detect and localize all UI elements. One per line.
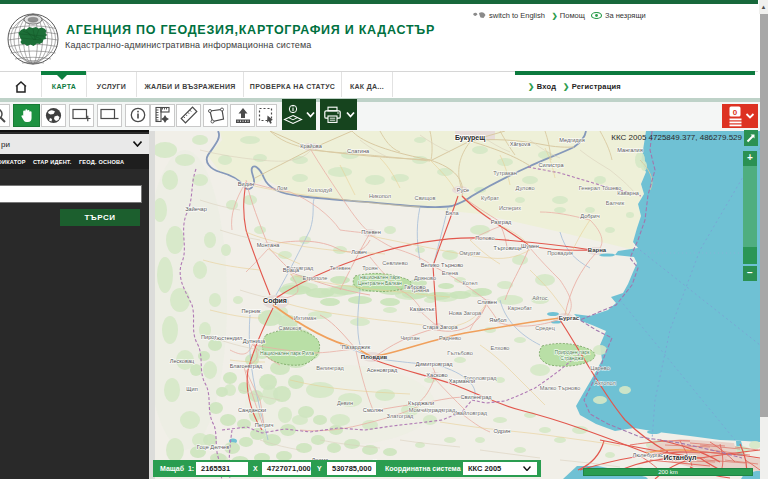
- svg-text:Казанлък: Казанлък: [410, 306, 435, 312]
- svg-text:Свищов: Свищов: [415, 195, 436, 201]
- svg-text:Чирпан: Чирпан: [400, 335, 419, 341]
- svg-text:Етрополе: Етрополе: [303, 275, 328, 281]
- svg-text:Хărşova: Хărşova: [510, 141, 531, 147]
- svg-text:Гоце Делчев: Гоце Делчев: [197, 444, 229, 450]
- svg-text:Тетевен: Тетевен: [330, 265, 351, 271]
- svg-text:Русе: Русе: [457, 187, 469, 193]
- svg-text:Видин: Видин: [238, 181, 254, 187]
- svg-text:Велико Търново: Велико Търново: [421, 262, 463, 268]
- svg-text:Балчик: Балчик: [606, 200, 625, 206]
- svg-text:Варна: Варна: [588, 247, 607, 253]
- svg-text:Плевен: Плевен: [361, 229, 381, 235]
- svg-text:Централен Балкан: Централен Балкан: [358, 280, 402, 286]
- svg-text:Истанбул: Истанбул: [664, 454, 697, 462]
- svg-text:Средец: Средец: [535, 325, 556, 331]
- svg-text:Генерал Тошево: Генерал Тошево: [579, 185, 622, 191]
- svg-text:Национален парк Рила: Национален парк Рила: [260, 350, 314, 356]
- svg-text:Шумен: Шумен: [521, 243, 539, 249]
- svg-text:Попово: Попово: [475, 235, 494, 241]
- svg-text:Благоевград: Благоевград: [230, 363, 263, 369]
- svg-text:София: София: [263, 297, 287, 305]
- svg-text:Бяла: Бяла: [445, 210, 459, 216]
- svg-text:Раднево: Раднево: [439, 335, 461, 341]
- svg-text:Букурещ: Букурещ: [455, 134, 485, 142]
- svg-text:Лесковац: Лесковац: [170, 358, 195, 364]
- svg-text:Велинград: Велинград: [316, 365, 344, 371]
- svg-text:Разград: Разград: [491, 219, 512, 225]
- svg-text:Дулово: Дулово: [515, 185, 534, 191]
- svg-text:Ихтиман: Ихтиман: [294, 315, 317, 321]
- svg-text:Момчилград: Момчилград: [409, 407, 442, 413]
- svg-text:Зайечар: Зайечар: [185, 206, 207, 212]
- svg-text:Карнобат: Карнобат: [508, 305, 533, 311]
- svg-text:Девин: Девин: [337, 400, 353, 406]
- svg-text:Исперих: Исперих: [499, 205, 521, 211]
- svg-text:Смолян: Смолян: [363, 407, 383, 413]
- svg-text:Самоков: Самоков: [279, 325, 302, 331]
- svg-text:Елхово: Елхово: [491, 345, 510, 351]
- svg-text:Петрич: Петрич: [255, 422, 274, 428]
- svg-text:Мангалия: Мангалия: [617, 147, 642, 153]
- svg-text:Сливен: Сливен: [477, 299, 497, 305]
- svg-text:Монтана: Монтана: [257, 242, 281, 248]
- svg-text:Крайова: Крайова: [300, 143, 323, 149]
- svg-text:Лом: Лом: [277, 185, 288, 191]
- svg-text:Ахтопол: Ахтопол: [594, 380, 615, 386]
- svg-text:Троян: Троян: [362, 265, 377, 271]
- svg-text:Ловеч: Ловеч: [351, 249, 367, 255]
- svg-text:Габрово: Габрово: [404, 284, 425, 290]
- svg-text:Елена: Елена: [442, 270, 459, 276]
- svg-text:Враца: Враца: [283, 267, 300, 273]
- svg-text:Нова Загора: Нова Загора: [449, 310, 482, 316]
- svg-text:Перник: Перник: [242, 308, 261, 314]
- svg-text:Дупница: Дупница: [243, 338, 266, 344]
- svg-text:Кубрат: Кубрат: [481, 195, 499, 201]
- svg-text:Дряново: Дряново: [414, 275, 436, 281]
- svg-text:Одрин: Одрин: [494, 428, 511, 434]
- svg-text:Търговище: Търговище: [494, 245, 523, 251]
- svg-text:Щип: Щип: [186, 386, 197, 392]
- svg-text:Пловдив: Пловдив: [361, 354, 388, 360]
- svg-text:Хасково: Хасково: [426, 372, 447, 378]
- svg-text:Свиленград: Свиленград: [460, 394, 492, 400]
- svg-text:Севлиево: Севлиево: [382, 260, 408, 266]
- svg-text:Странджа: Странджа: [560, 355, 583, 361]
- svg-text:Люлебургас: Люлебургас: [633, 452, 664, 458]
- svg-text:Слатина: Слатина: [347, 148, 370, 154]
- svg-text:Царево: Царево: [590, 365, 610, 371]
- svg-text:Омуртаг: Омуртаг: [459, 250, 481, 256]
- svg-text:Харманли: Харманли: [449, 378, 475, 384]
- svg-text:Гълъбово: Гълъбово: [447, 350, 473, 356]
- svg-text:Кюстендил: Кюстендил: [214, 335, 243, 341]
- svg-text:0: 0: [733, 108, 738, 117]
- svg-text:Кърджали: Кърджали: [408, 400, 434, 406]
- svg-text:Димитровград: Димитровград: [415, 361, 453, 367]
- svg-text:Малко Търново: Малко Търново: [540, 385, 581, 391]
- svg-text:Никопол: Никопол: [369, 193, 391, 199]
- svg-text:Ивайловград: Ивайловград: [453, 410, 488, 416]
- svg-text:Златоград: Златоград: [387, 413, 415, 419]
- svg-text:Добрич: Добрич: [580, 213, 599, 219]
- svg-text:Асеновград: Асеновград: [367, 367, 398, 373]
- svg-text:Котел: Котел: [463, 280, 478, 286]
- svg-text:Бургас: Бургас: [559, 315, 580, 321]
- svg-text:Стара Загора: Стара Загора: [422, 324, 458, 330]
- svg-text:Тутракан: Тутракан: [493, 170, 516, 176]
- svg-text:Пазарджик: Пазарджик: [342, 344, 371, 350]
- svg-text:Силистра: Силистра: [538, 162, 564, 168]
- svg-text:Ямбол: Ямбол: [489, 317, 506, 323]
- svg-text:Пирот: Пирот: [201, 334, 217, 340]
- svg-text:Провадия: Провадия: [547, 250, 573, 256]
- svg-text:Айтос: Айтос: [532, 295, 547, 301]
- svg-text:Сандански: Сандански: [238, 407, 266, 413]
- svg-text:Козлодуй: Козлодуй: [308, 187, 332, 193]
